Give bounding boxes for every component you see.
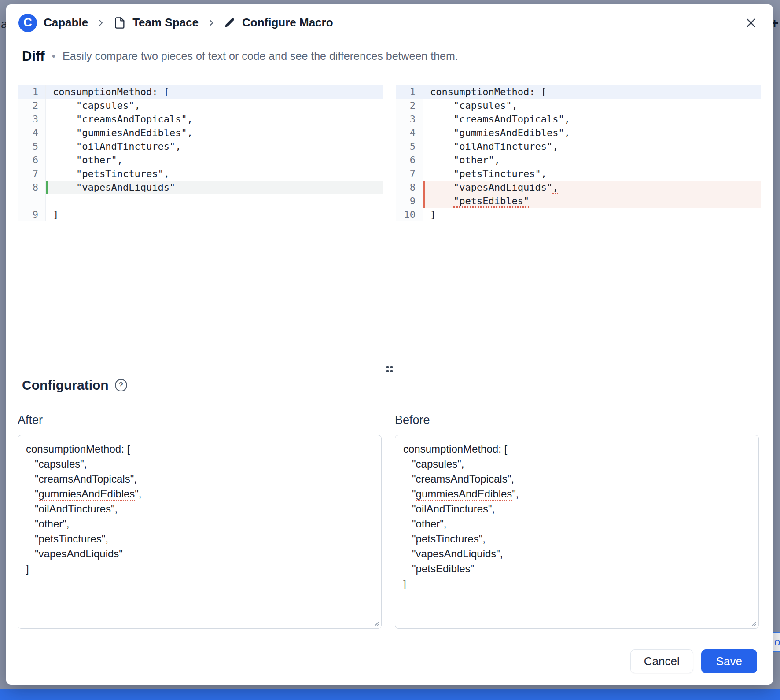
diff-line: 5 "oilAndTinctures", [18, 140, 383, 153]
breadcrumb-item-team-space[interactable]: Team Space [132, 16, 199, 29]
macro-description-bar: Diff • Easily compare two pieces of text… [6, 41, 773, 71]
configuration-title: Configuration [22, 378, 109, 393]
line-number: 9 [18, 208, 46, 221]
diff-line: 10] [396, 208, 761, 221]
diff-line: 4 "gummiesAndEdibles", [18, 126, 383, 140]
diff-line: 2 "capsules", [18, 99, 383, 112]
dialog-footer: Cancel Save [6, 642, 773, 685]
code-text: "oilAndTinctures", [46, 140, 383, 153]
diff-line: 7 "petsTinctures", [396, 167, 761, 181]
code-text: "capsules", [46, 99, 383, 112]
line-number: 1 [18, 85, 46, 99]
line-number: 8 [396, 181, 423, 194]
diff-line: 7 "petsTinctures", [18, 167, 383, 181]
after-textarea[interactable]: consumptionMethod: [ "capsules", "creams… [18, 435, 382, 629]
resize-handle-icon[interactable] [750, 619, 757, 626]
diff-line: 2 "capsules", [396, 99, 761, 112]
help-icon[interactable]: ? [115, 379, 127, 391]
configure-macro-dialog: C Capable Team Space Configure Macro Dif… [6, 4, 773, 685]
chevron-right-icon [96, 18, 105, 27]
diff-line: 1consumptionMethod: [ [396, 85, 761, 99]
close-icon [745, 17, 757, 29]
macro-description: Easily compare two pieces of text or cod… [63, 50, 458, 63]
pencil-icon [224, 17, 235, 29]
code-text: "creamsAndTopicals", [46, 112, 383, 126]
code-text: ] [423, 208, 761, 221]
line-number: 2 [396, 99, 423, 112]
chevron-right-icon [207, 18, 216, 27]
background-bottom-bar [0, 689, 780, 700]
diff-pane-before[interactable]: 1consumptionMethod: [2 "capsules",3 "cre… [396, 85, 761, 369]
diff-line: 3 "creamsAndTopicals", [18, 112, 383, 126]
document-icon [114, 17, 126, 29]
code-text: "petsTinctures", [46, 167, 383, 181]
line-number: 1 [396, 85, 423, 99]
after-label: After [18, 413, 382, 427]
code-text: "gummiesAndEdibles", [423, 126, 761, 140]
diff-line: 8 "vapesAndLiquids" [18, 181, 383, 194]
line-number: 4 [18, 126, 46, 140]
cancel-button[interactable]: Cancel [630, 649, 693, 673]
diff-line: 9 "petsEdibles" [396, 194, 761, 208]
code-text: "creamsAndTopicals", [423, 112, 761, 126]
after-field: After consumptionMethod: [ "capsules", "… [18, 411, 382, 629]
code-text: "capsules", [423, 99, 761, 112]
line-number: 5 [396, 140, 423, 153]
code-text: "vapesAndLiquids", [423, 181, 761, 194]
code-text: "petsEdibles" [423, 194, 761, 208]
line-number: 9 [396, 194, 423, 208]
code-text: "gummiesAndEdibles", [46, 126, 383, 140]
code-text: "oilAndTinctures", [423, 140, 761, 153]
diff-pane-after[interactable]: 1consumptionMethod: [2 "capsules",3 "cre… [18, 85, 383, 369]
diff-editor: 1consumptionMethod: [2 "capsules",3 "cre… [6, 71, 773, 369]
before-label: Before [395, 413, 759, 427]
diff-line: 6 "other", [396, 153, 761, 167]
line-number: 7 [396, 167, 423, 181]
line-number: 4 [396, 126, 423, 140]
diff-line: 4 "gummiesAndEdibles", [396, 126, 761, 140]
configuration-body: After consumptionMethod: [ "capsules", "… [6, 401, 773, 642]
diff-line: 5 "oilAndTinctures", [396, 140, 761, 153]
code-text: "other", [423, 153, 761, 167]
line-number: 5 [18, 140, 46, 153]
bullet-separator: • [52, 50, 55, 63]
drag-handle[interactable] [383, 364, 397, 375]
code-text: consumptionMethod: [ [46, 85, 383, 99]
line-number: 6 [396, 153, 423, 167]
line-number: 3 [18, 112, 46, 126]
background-element-fragment: o [773, 632, 780, 652]
line-number: 8 [18, 181, 46, 194]
diff-line: 8 "vapesAndLiquids", [396, 181, 761, 194]
macro-title: Diff [22, 48, 45, 64]
breadcrumb-item-capable[interactable]: Capable [44, 16, 88, 29]
diff-line: 9] [18, 208, 383, 221]
diff-line: 6 "other", [18, 153, 383, 167]
diff-line [18, 194, 383, 208]
line-number: 7 [18, 167, 46, 181]
diff-line: 1consumptionMethod: [ [18, 85, 383, 99]
line-number [18, 194, 46, 208]
close-button[interactable] [741, 13, 761, 33]
splitter-divider [6, 369, 773, 369]
before-field: Before consumptionMethod: [ "capsules", … [395, 411, 759, 629]
capable-logo-icon: C [18, 14, 37, 32]
code-text: "vapesAndLiquids" [46, 181, 383, 194]
screen: { "page": { "fragments": { "left_top": "… [0, 0, 780, 700]
save-button[interactable]: Save [701, 649, 757, 673]
code-text: ] [46, 208, 383, 221]
dialog-header: C Capable Team Space Configure Macro [6, 4, 773, 41]
code-text: consumptionMethod: [ [423, 85, 761, 99]
before-textarea[interactable]: consumptionMethod: [ "capsules", "creams… [395, 435, 759, 629]
code-text: "other", [46, 153, 383, 167]
resize-handle-icon[interactable] [372, 619, 379, 626]
code-text: "petsTinctures", [423, 167, 761, 181]
breadcrumb-item-configure-macro: Configure Macro [242, 16, 333, 29]
line-number: 6 [18, 153, 46, 167]
diff-line: 3 "creamsAndTopicals", [396, 112, 761, 126]
line-number: 10 [396, 208, 423, 221]
background-fragment-text: o [774, 636, 780, 648]
code-text [46, 194, 383, 208]
line-number: 2 [18, 99, 46, 112]
line-number: 3 [396, 112, 423, 126]
